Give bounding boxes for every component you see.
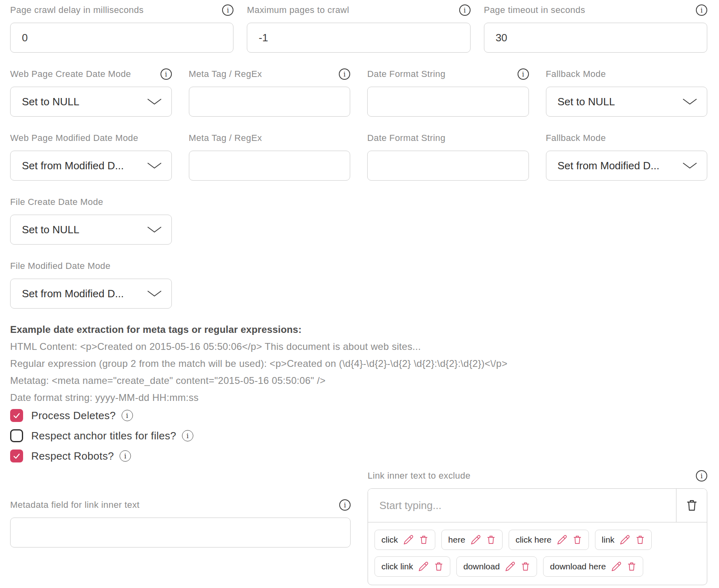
metadata-field-label: Metadata field for link inner text (10, 500, 139, 510)
modified-meta-label: Meta Tag / RegEx (189, 133, 262, 143)
modified-fallback-label: Fallback Mode (546, 133, 606, 143)
page-crawl-delay-input[interactable] (10, 23, 233, 53)
exclude-text-block: Link inner text to exclude i click (368, 470, 707, 585)
modified-date-row: Web Page Modified Date Mode Set from Mod… (10, 132, 707, 181)
file-create-field: File Create Date Mode Set to NULL (10, 196, 172, 245)
edit-chip-icon[interactable] (471, 535, 481, 545)
modified-format-label: Date Format String (367, 133, 445, 143)
metadata-field-input[interactable] (10, 518, 351, 548)
chip-here: here (441, 530, 503, 550)
modified-date-mode-label: Web Page Modified Date Mode (10, 133, 138, 143)
exclude-tag-editor: click here click here (368, 488, 707, 585)
chip-link: link (595, 530, 652, 550)
modified-format-field: Date Format String (367, 132, 529, 181)
info-icon[interactable]: i (182, 430, 193, 441)
page-timeout-field: Page timeout in seconds i (484, 4, 707, 53)
file-create-label: File Create Date Mode (10, 197, 103, 207)
date-extraction-example: Example date extraction for meta tags or… (10, 324, 707, 403)
delete-chip-icon[interactable] (419, 535, 428, 545)
respect-robots-label: Respect Robots? (31, 450, 114, 462)
chevron-down-icon (147, 226, 162, 233)
example-heading: Example date extraction for meta tags or… (10, 324, 707, 335)
chip-click-link: click link (374, 556, 450, 577)
create-meta-field: Meta Tag / RegEx i (189, 68, 351, 117)
create-fallback-select[interactable]: Set to NULL (546, 87, 708, 117)
edit-chip-icon[interactable] (620, 535, 630, 545)
example-date-format-line: Date format string: yyyy-MM-dd HH:mm:ss (10, 392, 707, 403)
info-icon[interactable]: i (459, 4, 471, 16)
respect-anchor-titles-checkbox[interactable] (10, 429, 23, 442)
process-deletes-checkbox[interactable] (10, 409, 23, 422)
modified-meta-input[interactable] (189, 151, 351, 181)
create-format-field: Date Format String i (367, 68, 529, 117)
exclude-input[interactable] (368, 489, 676, 522)
file-modified-date-mode-select[interactable]: Set from Modified D... (10, 279, 172, 309)
create-format-input[interactable] (367, 87, 529, 117)
chevron-down-icon (147, 162, 162, 169)
exclude-label: Link inner text to exclude (368, 471, 471, 481)
file-modified-label: File Modified Date Mode (10, 261, 111, 271)
example-html-content-line: HTML Content: <p>Created on 2015-05-16 0… (10, 341, 707, 352)
example-regex-line: Regular expression (group 2 from the mat… (10, 358, 707, 369)
info-icon[interactable]: i (518, 68, 529, 80)
create-date-mode-select[interactable]: Set to NULL (10, 87, 172, 117)
chip-download-here: download here (543, 556, 643, 577)
create-format-label: Date Format String (367, 69, 445, 79)
max-pages-field: Maximum pages to crawl i (247, 4, 470, 53)
edit-chip-icon[interactable] (557, 535, 567, 545)
modified-date-mode-select[interactable]: Set from Modified D... (10, 151, 172, 181)
create-meta-label: Meta Tag / RegEx (189, 69, 262, 79)
edit-chip-icon[interactable] (611, 561, 622, 572)
delete-chip-icon[interactable] (636, 535, 645, 545)
check-icon (12, 411, 21, 420)
modified-date-mode-field: Web Page Modified Date Mode Set from Mod… (10, 132, 172, 181)
info-icon[interactable]: i (222, 4, 233, 16)
info-icon[interactable]: i (120, 450, 131, 462)
chevron-down-icon (147, 290, 162, 297)
create-date-row: Web Page Create Date Mode i Set to NULL … (10, 68, 707, 117)
info-icon[interactable]: i (696, 470, 707, 481)
max-pages-input[interactable] (247, 23, 470, 53)
chip-row: click link download download here (374, 556, 700, 577)
chip-click: click (374, 530, 435, 550)
info-icon[interactable]: i (339, 68, 350, 80)
max-pages-label: Maximum pages to crawl (247, 5, 349, 15)
metadata-field-block: Metadata field for link inner text i (10, 470, 351, 585)
create-fallback-label: Fallback Mode (546, 69, 606, 79)
crawler-settings-form: Page crawl delay in milliseconds i Maxim… (0, 0, 719, 585)
file-create-date-mode-select[interactable]: Set to NULL (10, 215, 172, 245)
chevron-down-icon (683, 98, 697, 105)
info-icon[interactable]: i (160, 68, 172, 80)
respect-robots-checkbox[interactable] (10, 450, 23, 462)
create-date-mode-label: Web Page Create Date Mode (10, 69, 131, 79)
info-icon[interactable]: i (696, 4, 707, 16)
link-inner-text-section: Metadata field for link inner text i Lin… (10, 470, 707, 585)
delete-chip-icon[interactable] (434, 561, 443, 572)
delete-chip-icon[interactable] (627, 561, 636, 572)
check-icon (12, 452, 21, 460)
chevron-down-icon (683, 162, 697, 169)
modified-format-input[interactable] (367, 151, 529, 181)
info-icon[interactable]: i (122, 410, 133, 421)
info-icon[interactable]: i (339, 499, 351, 511)
delete-chip-icon[interactable] (486, 535, 496, 545)
edit-chip-icon[interactable] (403, 535, 414, 545)
page-timeout-label: Page timeout in seconds (484, 5, 585, 15)
modified-fallback-field: Fallback Mode Set from Modified D... (546, 132, 708, 181)
trash-icon (686, 499, 698, 512)
page-crawl-delay-label: Page crawl delay in milliseconds (10, 5, 144, 15)
edit-chip-icon[interactable] (505, 561, 516, 572)
page-timeout-input[interactable] (484, 23, 707, 53)
create-meta-input[interactable] (189, 87, 351, 117)
respect-robots-row: Respect Robots? i (10, 450, 707, 462)
delete-chip-icon[interactable] (521, 561, 530, 572)
crawl-numbers-row: Page crawl delay in milliseconds i Maxim… (10, 4, 707, 53)
clear-all-button[interactable] (676, 489, 707, 522)
delete-chip-icon[interactable] (573, 535, 582, 545)
chevron-down-icon (147, 98, 162, 105)
process-deletes-label: Process Deletes? (31, 409, 116, 422)
respect-anchor-titles-row: Respect anchor titles for files? i (10, 429, 707, 442)
edit-chip-icon[interactable] (418, 561, 429, 572)
modified-fallback-select[interactable]: Set from Modified D... (546, 151, 708, 181)
exclude-input-row (368, 489, 707, 522)
